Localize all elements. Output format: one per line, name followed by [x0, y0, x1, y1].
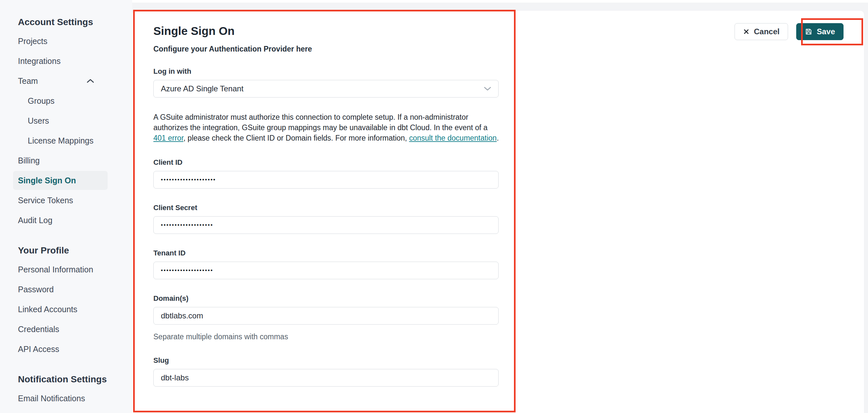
sidebar-item-email-notifications[interactable]: Email Notifications — [13, 392, 108, 405]
slug-input[interactable] — [153, 369, 499, 387]
sso-form: Single Sign On Configure your Authentica… — [132, 11, 499, 387]
login-with-select[interactable]: Azure AD Single Tenant — [153, 80, 499, 98]
sidebar-item-single-sign-on[interactable]: Single Sign On — [13, 171, 108, 190]
consult-documentation-link[interactable]: consult the documentation — [409, 134, 497, 142]
domains-input[interactable] — [153, 307, 499, 325]
sidebar-item-personal-information[interactable]: Personal Information — [13, 263, 108, 276]
domains-helper-text: Separate multiple domains with commas — [153, 332, 499, 341]
sidebar-item-groups[interactable]: Groups — [13, 94, 108, 107]
sidebar-item-credentials[interactable]: Credentials — [13, 323, 108, 336]
x-icon — [743, 28, 749, 35]
floppy-disk-icon — [805, 28, 812, 36]
save-button-label: Save — [817, 27, 835, 36]
cancel-button-label: Cancel — [754, 27, 780, 36]
topbar-strip — [132, 0, 868, 3]
page-title: Single Sign On — [153, 25, 499, 37]
gsuite-admin-note: A GSuite administrator must authorize th… — [153, 112, 500, 143]
action-bar: Cancel Save — [735, 23, 843, 40]
nav-heading-your-profile: Your Profile — [13, 244, 108, 257]
sidebar: Account Settings Projects Integrations T… — [0, 0, 132, 413]
sidebar-item-license-mappings[interactable]: License Mappings — [13, 134, 108, 147]
client-id-input[interactable] — [153, 171, 499, 189]
sidebar-item-projects[interactable]: Projects — [13, 35, 108, 47]
settings-nav: Account Settings Projects Integrations T… — [0, 0, 108, 405]
client-secret-input[interactable] — [153, 216, 499, 234]
nav-heading-notification-settings: Notification Settings — [13, 373, 108, 386]
nav-heading-account-settings: Account Settings — [13, 15, 108, 29]
chevron-down-icon — [484, 87, 491, 91]
save-button[interactable]: Save — [796, 23, 843, 40]
sidebar-item-service-tokens[interactable]: Service Tokens — [13, 194, 108, 207]
401-error-link[interactable]: 401 error — [153, 134, 183, 142]
sidebar-item-team[interactable]: Team — [13, 74, 108, 88]
sidebar-item-billing[interactable]: Billing — [13, 154, 108, 167]
tenant-id-input[interactable] — [153, 262, 499, 279]
cancel-button[interactable]: Cancel — [735, 23, 788, 40]
page-subtitle: Configure your Authentication Provider h… — [153, 45, 499, 54]
tenant-id-label: Tenant ID — [153, 249, 499, 257]
sidebar-item-linked-accounts[interactable]: Linked Accounts — [13, 303, 108, 316]
client-id-label: Client ID — [153, 158, 499, 167]
sidebar-item-integrations[interactable]: Integrations — [13, 55, 108, 67]
slug-label: Slug — [153, 356, 499, 365]
sidebar-item-password[interactable]: Password — [13, 283, 108, 296]
main-card: Cancel Save Single Sign On Configure you… — [132, 11, 864, 413]
sidebar-item-api-access[interactable]: API Access — [13, 343, 108, 356]
login-with-selected-value: Azure AD Single Tenant — [161, 84, 243, 93]
login-with-label: Log in with — [153, 67, 499, 76]
sidebar-item-audit-log[interactable]: Audit Log — [13, 214, 108, 227]
client-secret-label: Client Secret — [153, 203, 499, 212]
chevron-up-icon[interactable] — [87, 79, 94, 83]
sidebar-item-users[interactable]: Users — [13, 114, 108, 127]
domains-label: Domain(s) — [153, 294, 499, 303]
